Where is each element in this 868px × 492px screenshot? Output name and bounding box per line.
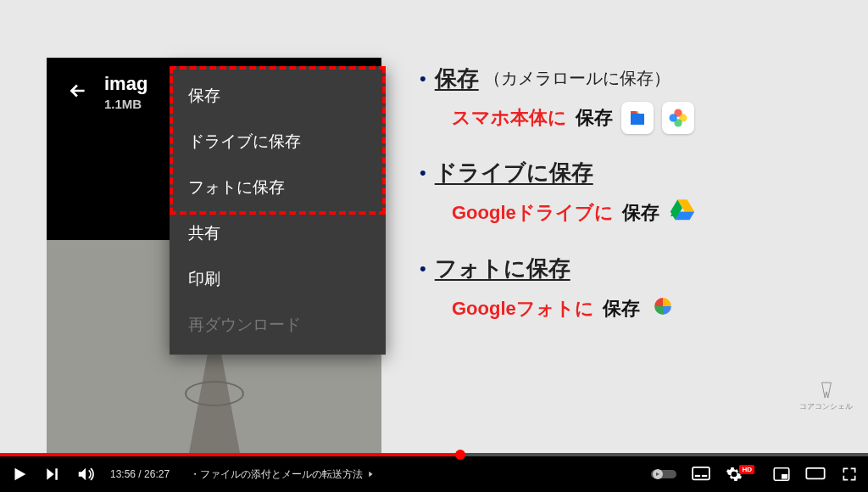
hd-badge: HD bbox=[739, 465, 754, 474]
fullscreen-button[interactable] bbox=[841, 466, 858, 483]
menu-item-share[interactable]: 共有 bbox=[170, 210, 386, 256]
apple-photos-icon bbox=[662, 102, 694, 134]
explain-paren: （カメラロールに保存） bbox=[484, 67, 670, 90]
google-photos-icon bbox=[648, 292, 677, 326]
progress-fill bbox=[0, 453, 460, 456]
explain-row-save: • 保存 （カメラロールに保存） スマホ本体に保存 bbox=[420, 64, 852, 134]
explain-sub-black: 保存 bbox=[622, 200, 659, 226]
files-app-icon bbox=[621, 102, 654, 134]
autoplay-toggle[interactable] bbox=[651, 468, 676, 480]
player-controls: 13:56 / 26:27 ・ファイルの添付とメールの転送方法 HD bbox=[0, 456, 868, 492]
menu-item-save-to-drive[interactable]: ドライブに保存 bbox=[170, 119, 386, 165]
time-display: 13:56 / 26:27 bbox=[110, 468, 170, 480]
svg-rect-10 bbox=[782, 474, 787, 479]
captions-button[interactable] bbox=[692, 467, 710, 482]
miniplayer-button[interactable] bbox=[773, 467, 790, 481]
video-content-area: imag 1.1MB 保存 ドライブに保存 フォトに保存 共有 印刷 再ダウンロ… bbox=[0, 0, 868, 453]
google-drive-icon bbox=[668, 196, 697, 230]
settings-button[interactable]: HD bbox=[726, 466, 758, 483]
bullet-icon: • bbox=[420, 258, 426, 280]
explain-sub-red: スマホ本体に bbox=[452, 105, 567, 131]
svg-rect-11 bbox=[806, 468, 824, 478]
play-button[interactable] bbox=[10, 465, 29, 484]
theater-mode-button[interactable] bbox=[805, 467, 826, 481]
volume-button[interactable] bbox=[76, 465, 95, 484]
menu-item-redownload: 再ダウンロード bbox=[170, 302, 386, 348]
svg-rect-6 bbox=[693, 467, 710, 479]
explain-title: フォトに保存 bbox=[435, 254, 570, 283]
channel-logo: コアコンシェル bbox=[799, 381, 853, 412]
menu-item-save-to-photos[interactable]: フォトに保存 bbox=[170, 165, 386, 210]
next-button[interactable] bbox=[44, 466, 61, 483]
explanation-panel: • 保存 （カメラロールに保存） スマホ本体に保存 • ドライブに保存 Goog… bbox=[420, 64, 852, 349]
explain-sub-red: Googleドライブに bbox=[452, 200, 614, 226]
chapter-title[interactable]: ・ファイルの添付とメールの転送方法 bbox=[190, 467, 375, 482]
bullet-icon: • bbox=[420, 162, 426, 184]
progress-scrubber[interactable] bbox=[455, 450, 465, 460]
explain-sub-black: 保存 bbox=[576, 105, 613, 131]
svg-rect-8 bbox=[702, 475, 707, 477]
bullet-icon: • bbox=[420, 68, 426, 90]
file-info: imag 1.1MB bbox=[104, 73, 147, 111]
file-size: 1.1MB bbox=[104, 97, 147, 111]
context-menu: 保存 ドライブに保存 フォトに保存 共有 印刷 再ダウンロード bbox=[170, 66, 386, 355]
explain-title: 保存 bbox=[435, 64, 479, 93]
explain-row-drive: • ドライブに保存 Googleドライブに保存 bbox=[420, 158, 852, 230]
back-arrow-icon bbox=[67, 80, 89, 105]
progress-bar[interactable] bbox=[0, 453, 868, 456]
svg-point-3 bbox=[670, 114, 677, 121]
tower-dish bbox=[185, 381, 244, 406]
menu-item-save[interactable]: 保存 bbox=[170, 73, 386, 119]
explain-row-photos: • フォトに保存 Googleフォトに保存 bbox=[420, 254, 852, 326]
explain-sub-red: Googleフォトに bbox=[452, 296, 594, 321]
svg-rect-7 bbox=[695, 475, 700, 477]
file-name: imag bbox=[104, 73, 147, 95]
menu-item-print[interactable]: 印刷 bbox=[170, 256, 386, 302]
explain-sub-black: 保存 bbox=[603, 296, 640, 321]
explain-title: ドライブに保存 bbox=[435, 158, 593, 187]
